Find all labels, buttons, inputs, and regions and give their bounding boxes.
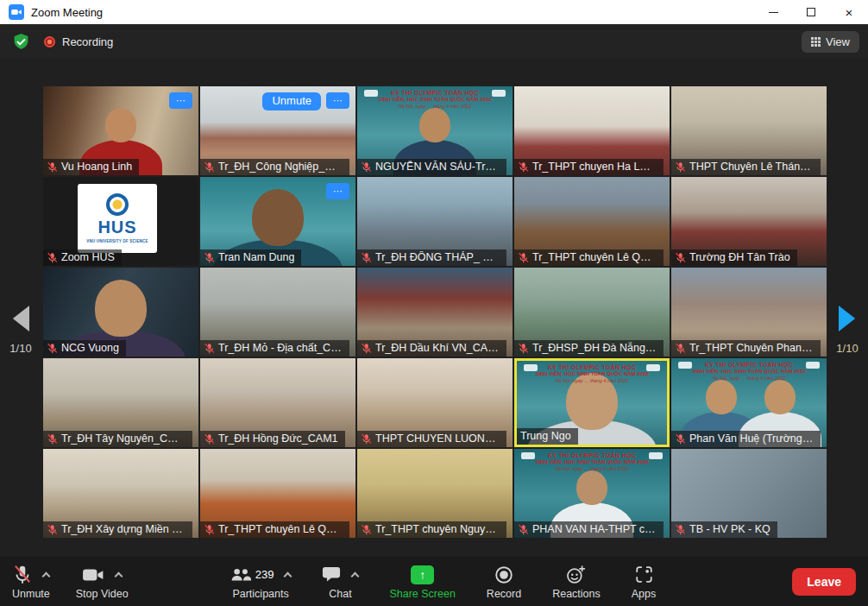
muted-mic-icon	[675, 524, 686, 535]
reactions-button[interactable]: Reactions	[552, 564, 601, 600]
participant-name: Tr_ĐH ĐỒNG THÁP_ CA...	[375, 251, 500, 263]
participant-name-bar: NGUYỄN VĂN SÁU-Tr-Đ...	[357, 159, 506, 175]
video-tile[interactable]: Tr_ĐH Mỏ - Địa chất_CA...	[200, 268, 355, 357]
tile-more-button[interactable]: ⋯	[326, 183, 349, 199]
video-tile[interactable]: Tr_THPT chuyen Ha Lon...	[514, 86, 670, 175]
view-button-label: View	[826, 35, 850, 48]
participant-name-bar: NCG Vuong	[43, 340, 126, 357]
video-tile[interactable]: KỲ THI OLYMPIC TOÁN HỌCSINH VIÊN, HỌC SI…	[671, 358, 827, 447]
previous-page-arrow[interactable]	[8, 302, 34, 335]
video-tile[interactable]: Tr_ĐH Tây Nguyên_CAM2	[43, 358, 198, 447]
video-tile[interactable]: NCG Vuong	[43, 268, 198, 357]
video-tile[interactable]: THPT Chuyên Lê Thánh ...	[671, 86, 827, 175]
participant-name: Tr_ĐH Dầu Khí VN_CAM1	[375, 342, 500, 354]
next-page-arrow[interactable]	[834, 302, 860, 335]
participant-name: Tr_THPT chuyên Nguyễn...	[375, 523, 500, 535]
participants-button[interactable]: 239 Participants	[230, 564, 292, 600]
tile-more-button[interactable]: ⋯	[169, 92, 192, 109]
window-title: Zoom Meeting	[31, 6, 103, 19]
participant-name-bar: Tr_ĐH Hồng Đức_CAM1	[200, 431, 345, 447]
participant-name-bar: Tr_ĐH Xây dựng Miền Tr...	[43, 521, 192, 538]
recording-indicator-icon[interactable]	[44, 36, 55, 47]
muted-mic-icon	[204, 252, 215, 263]
apps-button[interactable]: Apps	[632, 564, 657, 600]
virtual-background-banner: KỲ THI OLYMPIC TOÁN HỌCSINH VIÊN, HỌC SI…	[526, 451, 657, 472]
video-tile[interactable]: Tr_ĐH Hồng Đức_CAM1	[200, 358, 355, 447]
chat-chevron-icon[interactable]	[351, 572, 360, 581]
unmute-options-chevron-icon[interactable]	[41, 572, 50, 581]
maximize-button[interactable]	[792, 0, 830, 24]
participant-name-bar: Tr_THPT Chuyên Phan B...	[671, 340, 821, 357]
participant-name: Phan Văn Huệ (Trường ...	[689, 432, 814, 445]
video-tile[interactable]: Tr_ĐH Xây dựng Miền Tr...	[43, 449, 198, 538]
participant-name-bar: Trung Ngo	[517, 428, 578, 445]
record-button[interactable]: Record	[487, 564, 521, 600]
video-tile[interactable]: KỲ THI OLYMPIC TOÁN HỌCSINH VIÊN, HỌC SI…	[357, 86, 513, 175]
video-tile[interactable]: ⋯ Tran Nam Dung	[200, 177, 355, 266]
minimize-icon	[769, 12, 778, 13]
close-button[interactable]: ×	[830, 0, 868, 24]
video-tile[interactable]: Tr_ĐHSP_ĐH Đà Nẵng_C...	[514, 268, 670, 357]
participant-name: Tr_ĐH Xây dựng Miền Tr...	[61, 523, 186, 535]
video-camera-icon	[82, 566, 104, 584]
gallery-grid-icon	[811, 37, 821, 47]
participant-name-bar: PHAN VAN HA-THPT ch...	[514, 521, 664, 538]
participant-name-bar: TB - HV PK - KQ	[671, 521, 777, 538]
video-grid: ⋯ Vu Hoang Linh Unmute ⋯ Tr_ĐH_Công Nghi…	[43, 86, 827, 538]
chat-bubble-icon	[322, 566, 341, 583]
muted-mic-icon	[361, 252, 372, 263]
participant-name-bar: Tr_THPT chuyên Lê Quý ...	[200, 521, 349, 538]
participant-name: TB - HV PK - KQ	[689, 523, 771, 535]
participant-name: Tr_ĐHSP_ĐH Đà Nẵng_C...	[532, 342, 657, 354]
tile-more-button[interactable]: ⋯	[326, 92, 349, 109]
video-options-chevron-icon[interactable]	[115, 572, 123, 581]
muted-mic-icon	[518, 252, 529, 263]
encryption-shield-icon[interactable]	[12, 33, 30, 51]
meeting-topbar: Recording View	[0, 24, 868, 59]
apps-icon	[635, 565, 653, 584]
participant-name: Trường ĐH Tân Trào	[689, 251, 790, 263]
video-tile[interactable]: Tr_THPT chuyên Lê Quý ...	[200, 449, 355, 538]
video-tile[interactable]: KỲ THI OLYMPIC TOÁN HỌCSINH VIÊN, HỌC SI…	[514, 358, 670, 447]
muted-mic-icon	[204, 524, 215, 535]
recording-label: Recording	[62, 35, 113, 48]
video-tile[interactable]: Unmute ⋯ Tr_ĐH_Công Nghiệp_Hà ...	[200, 86, 355, 175]
participant-name: Zoom HUS	[61, 251, 115, 263]
video-tile[interactable]: Tr_THPT Chuyên Phan B...	[671, 268, 827, 357]
stop-video-button[interactable]: Stop Video	[76, 564, 129, 600]
muted-mic-icon	[47, 252, 58, 263]
video-tile[interactable]: KỲ THI OLYMPIC TOÁN HỌCSINH VIÊN, HỌC SI…	[514, 449, 670, 538]
leave-button[interactable]: Leave	[792, 568, 856, 596]
muted-mic-icon	[204, 343, 215, 354]
video-tile[interactable]: TB - HV PK - KQ	[671, 449, 827, 538]
video-tile[interactable]: Tr_THPT chuyên Nguyễn...	[357, 449, 513, 538]
participant-name: Tr_THPT chuyên Lê Quý ...	[532, 251, 657, 263]
minimize-button[interactable]	[754, 0, 792, 24]
muted-mic-icon	[361, 433, 372, 445]
video-tile[interactable]: Trường ĐH Tân Trào	[671, 177, 827, 266]
participant-name-bar: Phan Văn Huệ (Trường ...	[671, 431, 821, 447]
chat-button[interactable]: Chat	[322, 564, 358, 600]
muted-mic-icon	[675, 343, 686, 354]
video-tile[interactable]: THPT CHUYEN LUONG ...	[357, 358, 513, 447]
video-tile[interactable]: HUS VNU UNIVERSITY OF SCIENCE Zoom HUS	[43, 177, 198, 266]
muted-mic-icon	[47, 433, 58, 445]
participants-chevron-icon[interactable]	[284, 572, 292, 581]
share-screen-button[interactable]: ↑ Share Screen	[389, 564, 455, 600]
muted-mic-icon	[47, 161, 58, 173]
muted-mic-icon	[361, 161, 372, 173]
hus-logo-card: HUS VNU UNIVERSITY OF SCIENCE	[78, 184, 157, 253]
video-tile[interactable]: Tr_THPT chuyên Lê Quý ...	[514, 177, 670, 266]
video-tile[interactable]: Tr_ĐH ĐỒNG THÁP_ CA...	[357, 177, 513, 266]
hus-logo-icon	[106, 193, 129, 216]
share-screen-icon: ↑	[411, 565, 434, 584]
muted-mic-icon	[361, 524, 372, 535]
window-titlebar: Zoom Meeting ×	[0, 0, 868, 24]
unmute-button[interactable]: Unmute	[12, 564, 50, 600]
view-button[interactable]: View	[802, 31, 859, 53]
participant-name: Vu Hoang Linh	[61, 161, 132, 173]
tile-unmute-button[interactable]: Unmute	[262, 92, 321, 110]
participant-name-bar: Tr_ĐH Mỏ - Địa chất_CA...	[200, 340, 349, 357]
video-tile[interactable]: Tr_ĐH Dầu Khí VN_CAM1	[357, 268, 513, 357]
video-tile[interactable]: ⋯ Vu Hoang Linh	[43, 86, 198, 175]
